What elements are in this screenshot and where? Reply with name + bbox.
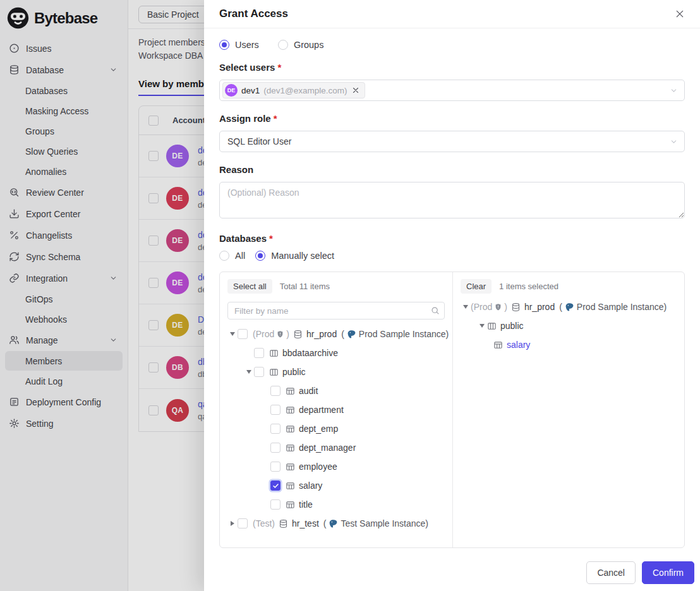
chip-avatar: DE [225, 84, 238, 97]
audit-checkbox[interactable] [270, 386, 281, 396]
table-name: audit [299, 386, 318, 396]
table-icon [286, 500, 295, 510]
table-name: employee [299, 462, 337, 472]
caret-slot [260, 443, 270, 453]
filter-field [227, 302, 445, 319]
tree-row-department[interactable]: department [227, 400, 445, 419]
selected-row-salary[interactable]: salary [461, 335, 677, 354]
collapse-caret-icon[interactable] [227, 329, 238, 339]
all-databases-radio[interactable] [219, 251, 229, 261]
tree-row-hr-test[interactable]: (Test) hr_test (Test Sample Instance) [227, 514, 445, 533]
caret-slot [260, 462, 270, 472]
remove-chip-icon[interactable] [352, 87, 359, 94]
database-icon [279, 519, 288, 528]
database-tree-panel: Select all Total 11 items (Prod) [219, 272, 685, 548]
collapse-caret-icon[interactable] [461, 302, 471, 312]
selected-table-name: salary [507, 340, 530, 350]
dept-manager-checkbox[interactable] [270, 443, 281, 453]
chip-user-email: (dev1@example.com) [263, 86, 347, 95]
manually-select-radio[interactable] [255, 251, 265, 261]
users-radio-label: Users [235, 40, 259, 50]
confirm-button[interactable]: Confirm [642, 561, 694, 584]
tree-row-hr-prod[interactable]: (Prod) hr_prod (Prod Sample Instance) [227, 325, 445, 343]
table-icon [286, 424, 295, 434]
tree-row-bbdataarchive[interactable]: bbdataarchive [227, 343, 445, 362]
items-selected-label: 1 items selected [499, 282, 558, 291]
caret-slot [260, 499, 270, 510]
collapse-caret-icon[interactable] [244, 367, 254, 377]
close-icon[interactable] [675, 9, 685, 19]
grant-access-modal: Grant Access Users Groups Select users* … [204, 0, 700, 591]
hr-test-checkbox[interactable] [238, 518, 248, 528]
bbdataarchive-checkbox[interactable] [254, 348, 264, 358]
table-name: salary [299, 481, 322, 491]
schema-icon [269, 367, 279, 377]
caret-slot [260, 481, 270, 491]
modal-footer: Cancel Confirm [204, 554, 700, 591]
public-checkbox[interactable] [254, 367, 264, 377]
database-name: hr_prod [306, 329, 337, 339]
employee-checkbox[interactable] [270, 462, 281, 472]
collapse-caret-icon[interactable] [477, 321, 487, 331]
users-radio[interactable] [219, 40, 229, 50]
tree-row-public[interactable]: public [227, 362, 445, 381]
department-checkbox[interactable] [270, 405, 281, 415]
table-icon [493, 340, 503, 350]
chevron-down-icon [670, 87, 678, 95]
groups-radio[interactable] [278, 40, 288, 50]
salary-checkbox[interactable] [270, 481, 281, 491]
prod-shield-icon [276, 330, 284, 338]
database-name: hr_prod [524, 302, 555, 312]
manually-select-radio-label: Manually select [271, 251, 334, 261]
tree-row-dept-emp[interactable]: dept_emp [227, 419, 445, 438]
reason-textarea[interactable] [219, 182, 685, 218]
database-name: hr_test [292, 518, 319, 528]
table-icon [286, 481, 295, 491]
schema-name: bbdataarchive [282, 348, 338, 358]
search-icon [431, 306, 440, 315]
dept-emp-checkbox[interactable] [270, 424, 281, 434]
tree-selected-panel: Clear 1 items selected (Prod) hr_prod (P… [453, 272, 684, 547]
tree-row-salary[interactable]: salary [227, 476, 445, 495]
required-asterisk: * [269, 233, 273, 244]
hr-prod-checkbox[interactable] [238, 329, 248, 339]
databases-label: Databases* [219, 233, 685, 244]
bytebase-app: Bytebase Issues Database Databases Maski… [0, 0, 700, 591]
table-icon [286, 462, 295, 472]
postgres-icon [565, 302, 574, 312]
cancel-button[interactable]: Cancel [586, 561, 636, 584]
clear-button[interactable]: Clear [461, 279, 492, 294]
table-icon [286, 405, 295, 415]
selected-row-hr-prod[interactable]: (Prod) hr_prod (Prod Sample Instance) [461, 297, 677, 316]
database-icon [511, 302, 521, 312]
tree-row-dept-manager[interactable]: dept_manager [227, 438, 445, 457]
role-select-value: SQL Editor User [227, 136, 291, 146]
selected-user-chip: DE dev1 (dev1@example.com) [222, 82, 365, 98]
tree-row-audit[interactable]: audit [227, 381, 445, 400]
schema-icon [487, 321, 497, 331]
chevron-down-icon [670, 138, 678, 146]
role-select[interactable]: SQL Editor User [219, 131, 685, 152]
table-icon [286, 386, 295, 396]
caret-slot [260, 386, 270, 396]
select-all-button[interactable]: Select all [227, 279, 272, 294]
modal-header: Grant Access [204, 0, 700, 28]
all-radio-label: All [235, 251, 245, 261]
title-checkbox[interactable] [270, 499, 281, 510]
required-asterisk: * [277, 62, 281, 73]
modal-title: Grant Access [219, 8, 675, 20]
select-users-label: Select users* [219, 62, 685, 73]
member-type-radio-group: Users Groups [219, 40, 685, 50]
filter-by-name-input[interactable] [227, 302, 445, 319]
selected-tree: (Prod) hr_prod (Prod Sample Instance) pu… [461, 297, 677, 354]
tree-row-employee[interactable]: employee [227, 457, 445, 476]
tree-row-title[interactable]: title [227, 495, 445, 514]
required-asterisk: * [274, 113, 277, 124]
expand-caret-icon[interactable] [227, 518, 238, 528]
selected-row-public[interactable]: public [461, 316, 677, 335]
table-name: title [299, 499, 313, 510]
table-name: department [299, 405, 344, 415]
select-users-input[interactable]: DE dev1 (dev1@example.com) [219, 80, 685, 101]
postgres-icon [329, 519, 338, 528]
caret-slot [244, 348, 254, 358]
